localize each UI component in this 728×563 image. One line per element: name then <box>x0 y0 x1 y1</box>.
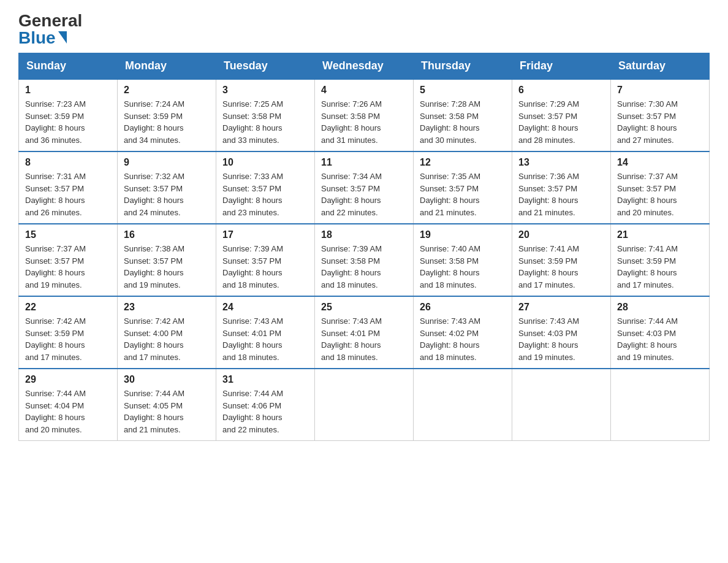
col-header-tuesday: Tuesday <box>216 53 315 80</box>
day-number: 28 <box>617 302 703 313</box>
day-number: 22 <box>25 302 111 313</box>
day-info: Sunrise: 7:43 AM Sunset: 4:03 PM Dayligh… <box>518 315 604 363</box>
calendar-cell: 16 Sunrise: 7:38 AM Sunset: 3:57 PM Dayl… <box>118 224 216 296</box>
col-header-friday: Friday <box>512 53 611 80</box>
col-header-saturday: Saturday <box>611 53 710 80</box>
calendar-cell: 14 Sunrise: 7:37 AM Sunset: 3:57 PM Dayl… <box>611 151 710 224</box>
calendar-cell: 8 Sunrise: 7:31 AM Sunset: 3:57 PM Dayli… <box>19 151 118 224</box>
calendar-cell <box>315 369 414 441</box>
calendar-cell: 23 Sunrise: 7:42 AM Sunset: 4:00 PM Dayl… <box>118 296 216 369</box>
day-number: 17 <box>222 229 308 240</box>
col-header-sunday: Sunday <box>19 53 118 80</box>
logo-general-text: General <box>18 12 82 29</box>
calendar-cell: 27 Sunrise: 7:43 AM Sunset: 4:03 PM Dayl… <box>512 296 611 369</box>
logo-triangle-icon <box>58 31 67 44</box>
day-info: Sunrise: 7:42 AM Sunset: 3:59 PM Dayligh… <box>25 315 111 363</box>
day-info: Sunrise: 7:43 AM Sunset: 4:01 PM Dayligh… <box>321 315 407 363</box>
day-info: Sunrise: 7:38 AM Sunset: 3:57 PM Dayligh… <box>124 243 210 291</box>
calendar-cell: 17 Sunrise: 7:39 AM Sunset: 3:57 PM Dayl… <box>216 224 315 296</box>
day-info: Sunrise: 7:35 AM Sunset: 3:57 PM Dayligh… <box>420 170 506 218</box>
week-row-5: 29 Sunrise: 7:44 AM Sunset: 4:04 PM Dayl… <box>19 369 710 441</box>
day-number: 6 <box>518 85 604 96</box>
calendar-cell: 28 Sunrise: 7:44 AM Sunset: 4:03 PM Dayl… <box>611 296 710 369</box>
day-info: Sunrise: 7:43 AM Sunset: 4:01 PM Dayligh… <box>222 315 308 363</box>
calendar-cell: 6 Sunrise: 7:29 AM Sunset: 3:57 PM Dayli… <box>512 79 611 151</box>
day-info: Sunrise: 7:37 AM Sunset: 3:57 PM Dayligh… <box>617 170 703 218</box>
day-info: Sunrise: 7:40 AM Sunset: 3:58 PM Dayligh… <box>420 243 506 291</box>
day-number: 24 <box>222 302 308 313</box>
day-info: Sunrise: 7:29 AM Sunset: 3:57 PM Dayligh… <box>518 98 604 146</box>
col-header-wednesday: Wednesday <box>315 53 414 80</box>
calendar-cell: 18 Sunrise: 7:39 AM Sunset: 3:58 PM Dayl… <box>315 224 414 296</box>
calendar-cell <box>512 369 611 441</box>
logo: General Blue <box>18 12 82 47</box>
week-row-2: 8 Sunrise: 7:31 AM Sunset: 3:57 PM Dayli… <box>19 151 710 224</box>
day-info: Sunrise: 7:26 AM Sunset: 3:58 PM Dayligh… <box>321 98 407 146</box>
calendar-cell: 3 Sunrise: 7:25 AM Sunset: 3:58 PM Dayli… <box>216 79 315 151</box>
calendar-cell: 24 Sunrise: 7:43 AM Sunset: 4:01 PM Dayl… <box>216 296 315 369</box>
day-number: 13 <box>518 157 604 168</box>
day-info: Sunrise: 7:44 AM Sunset: 4:04 PM Dayligh… <box>25 388 111 435</box>
day-info: Sunrise: 7:24 AM Sunset: 3:59 PM Dayligh… <box>124 98 210 146</box>
day-number: 30 <box>124 374 210 385</box>
day-number: 2 <box>124 85 210 96</box>
day-number: 1 <box>25 85 111 96</box>
day-number: 26 <box>420 302 506 313</box>
calendar-cell <box>611 369 710 441</box>
week-row-4: 22 Sunrise: 7:42 AM Sunset: 3:59 PM Dayl… <box>19 296 710 369</box>
day-info: Sunrise: 7:37 AM Sunset: 3:57 PM Dayligh… <box>25 243 111 291</box>
day-info: Sunrise: 7:39 AM Sunset: 3:58 PM Dayligh… <box>321 243 407 291</box>
logo-blue-text: Blue <box>18 29 67 47</box>
calendar-header-row: SundayMondayTuesdayWednesdayThursdayFrid… <box>19 53 710 80</box>
day-info: Sunrise: 7:36 AM Sunset: 3:57 PM Dayligh… <box>518 170 604 218</box>
calendar-cell: 11 Sunrise: 7:34 AM Sunset: 3:57 PM Dayl… <box>315 151 414 224</box>
day-number: 23 <box>124 302 210 313</box>
calendar-cell <box>414 369 512 441</box>
calendar-cell: 25 Sunrise: 7:43 AM Sunset: 4:01 PM Dayl… <box>315 296 414 369</box>
calendar-cell: 5 Sunrise: 7:28 AM Sunset: 3:58 PM Dayli… <box>414 79 512 151</box>
day-info: Sunrise: 7:44 AM Sunset: 4:06 PM Dayligh… <box>222 388 308 435</box>
day-number: 20 <box>518 229 604 240</box>
day-number: 25 <box>321 302 407 313</box>
day-info: Sunrise: 7:41 AM Sunset: 3:59 PM Dayligh… <box>617 243 703 291</box>
calendar-cell: 26 Sunrise: 7:43 AM Sunset: 4:02 PM Dayl… <box>414 296 512 369</box>
day-info: Sunrise: 7:32 AM Sunset: 3:57 PM Dayligh… <box>124 170 210 218</box>
col-header-monday: Monday <box>118 53 216 80</box>
day-number: 15 <box>25 229 111 240</box>
day-number: 12 <box>420 157 506 168</box>
day-info: Sunrise: 7:43 AM Sunset: 4:02 PM Dayligh… <box>420 315 506 363</box>
calendar-table: SundayMondayTuesdayWednesdayThursdayFrid… <box>18 53 710 441</box>
day-number: 7 <box>617 85 703 96</box>
day-info: Sunrise: 7:30 AM Sunset: 3:57 PM Dayligh… <box>617 98 703 146</box>
calendar-cell: 19 Sunrise: 7:40 AM Sunset: 3:58 PM Dayl… <box>414 224 512 296</box>
day-info: Sunrise: 7:39 AM Sunset: 3:57 PM Dayligh… <box>222 243 308 291</box>
week-row-1: 1 Sunrise: 7:23 AM Sunset: 3:59 PM Dayli… <box>19 79 710 151</box>
calendar-cell: 1 Sunrise: 7:23 AM Sunset: 3:59 PM Dayli… <box>19 79 118 151</box>
day-number: 29 <box>25 374 111 385</box>
day-number: 5 <box>420 85 506 96</box>
day-number: 10 <box>222 157 308 168</box>
calendar-cell: 4 Sunrise: 7:26 AM Sunset: 3:58 PM Dayli… <box>315 79 414 151</box>
calendar-cell: 31 Sunrise: 7:44 AM Sunset: 4:06 PM Dayl… <box>216 369 315 441</box>
col-header-thursday: Thursday <box>414 53 512 80</box>
calendar-cell: 22 Sunrise: 7:42 AM Sunset: 3:59 PM Dayl… <box>19 296 118 369</box>
day-number: 11 <box>321 157 407 168</box>
day-info: Sunrise: 7:34 AM Sunset: 3:57 PM Dayligh… <box>321 170 407 218</box>
day-number: 27 <box>518 302 604 313</box>
calendar-cell: 7 Sunrise: 7:30 AM Sunset: 3:57 PM Dayli… <box>611 79 710 151</box>
day-number: 31 <box>222 374 308 385</box>
day-number: 21 <box>617 229 703 240</box>
calendar-cell: 29 Sunrise: 7:44 AM Sunset: 4:04 PM Dayl… <box>19 369 118 441</box>
day-info: Sunrise: 7:44 AM Sunset: 4:03 PM Dayligh… <box>617 315 703 363</box>
day-info: Sunrise: 7:44 AM Sunset: 4:05 PM Dayligh… <box>124 388 210 435</box>
day-info: Sunrise: 7:33 AM Sunset: 3:57 PM Dayligh… <box>222 170 308 218</box>
calendar-cell: 30 Sunrise: 7:44 AM Sunset: 4:05 PM Dayl… <box>118 369 216 441</box>
calendar-cell: 21 Sunrise: 7:41 AM Sunset: 3:59 PM Dayl… <box>611 224 710 296</box>
calendar-cell: 20 Sunrise: 7:41 AM Sunset: 3:59 PM Dayl… <box>512 224 611 296</box>
calendar-cell: 12 Sunrise: 7:35 AM Sunset: 3:57 PM Dayl… <box>414 151 512 224</box>
day-info: Sunrise: 7:31 AM Sunset: 3:57 PM Dayligh… <box>25 170 111 218</box>
calendar-cell: 10 Sunrise: 7:33 AM Sunset: 3:57 PM Dayl… <box>216 151 315 224</box>
calendar-cell: 2 Sunrise: 7:24 AM Sunset: 3:59 PM Dayli… <box>118 79 216 151</box>
day-info: Sunrise: 7:25 AM Sunset: 3:58 PM Dayligh… <box>222 98 308 146</box>
day-info: Sunrise: 7:23 AM Sunset: 3:59 PM Dayligh… <box>25 98 111 146</box>
